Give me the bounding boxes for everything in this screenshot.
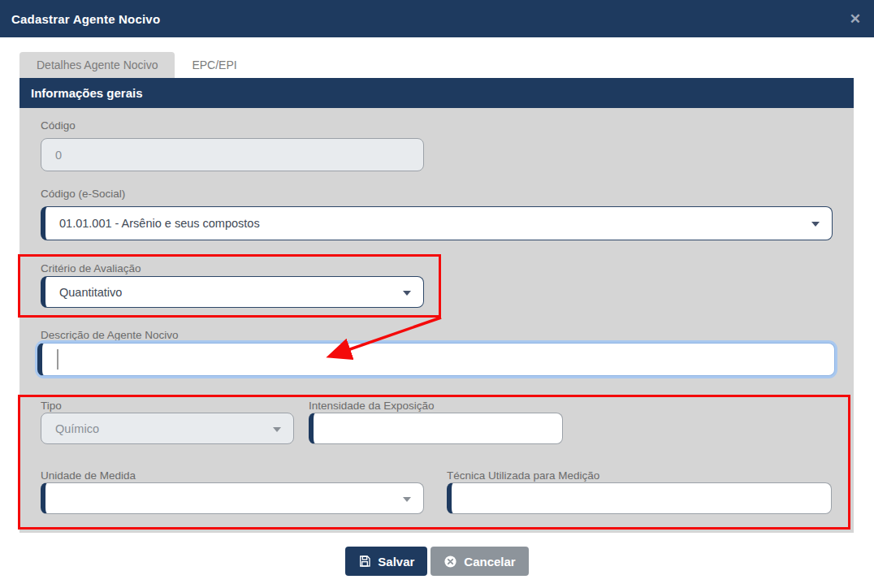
tecnica-input[interactable]: [447, 482, 832, 514]
descricao-label: Descrição de Agente Nocivo: [41, 329, 179, 341]
chevron-down-icon: [811, 222, 820, 227]
tecnica-label: Técnica Utilizada para Medição: [447, 469, 599, 482]
tipo-label: Tipo: [41, 400, 62, 412]
tab-label: EPC/EPI: [192, 58, 236, 71]
footer-actions: Salvar Cancelar: [0, 547, 874, 576]
unidade-label: Unidade de Medida: [41, 469, 136, 482]
criterio-select[interactable]: Quantitativo: [41, 276, 424, 308]
tipo-value: Químico: [41, 422, 99, 435]
modal-cadastrar-agente-nocivo: Cadastrar Agente Nocivo ✕ Detalhes Agent…: [0, 0, 874, 588]
unidade-select[interactable]: [41, 482, 424, 514]
tab-detalhes-agente-nocivo[interactable]: Detalhes Agente Nocivo: [19, 52, 175, 78]
tipo-select: Químico: [41, 413, 294, 444]
codigo-esocial-select[interactable]: 01.01.001 - Arsênio e seus compostos: [41, 206, 833, 240]
chevron-down-icon: [403, 291, 411, 296]
criterio-label: Critério de Avaliação: [41, 262, 141, 275]
intensidade-input[interactable]: [309, 413, 563, 444]
floppy-disk-icon: [358, 555, 371, 568]
section-header: Informações gerais: [19, 78, 854, 108]
save-button[interactable]: Salvar: [345, 547, 427, 576]
codigo-value: 0: [41, 149, 62, 162]
modal-header: Cadastrar Agente Nocivo ✕: [0, 0, 874, 37]
codigo-label: Código: [41, 119, 76, 132]
save-button-label: Salvar: [378, 555, 414, 569]
chevron-down-icon: [403, 497, 411, 502]
criterio-value: Quantitativo: [45, 286, 122, 299]
tab-bar: Detalhes Agente Nocivo EPC/EPI: [19, 52, 254, 78]
tab-epc-epi[interactable]: EPC/EPI: [175, 52, 253, 78]
codigo-esocial-value: 01.01.001 - Arsênio e seus compostos: [45, 217, 260, 230]
circle-x-icon: [443, 555, 457, 569]
section-title: Informações gerais: [31, 86, 143, 100]
intensidade-label: Intensidade da Exposição: [309, 400, 435, 412]
text-caret: [57, 349, 58, 370]
descricao-input[interactable]: [37, 343, 835, 376]
form-body: Código 0 Código (e-Social) 01.01.001 - A…: [19, 108, 854, 533]
cancel-button-label: Cancelar: [464, 555, 515, 569]
cancel-button[interactable]: Cancelar: [431, 547, 528, 576]
codigo-esocial-label: Código (e-Social): [41, 188, 125, 200]
chevron-down-icon: [273, 427, 281, 432]
tab-label: Detalhes Agente Nocivo: [37, 58, 158, 71]
codigo-input: 0: [41, 138, 424, 171]
modal-title: Cadastrar Agente Nocivo: [11, 12, 160, 26]
close-icon[interactable]: ✕: [850, 12, 861, 26]
